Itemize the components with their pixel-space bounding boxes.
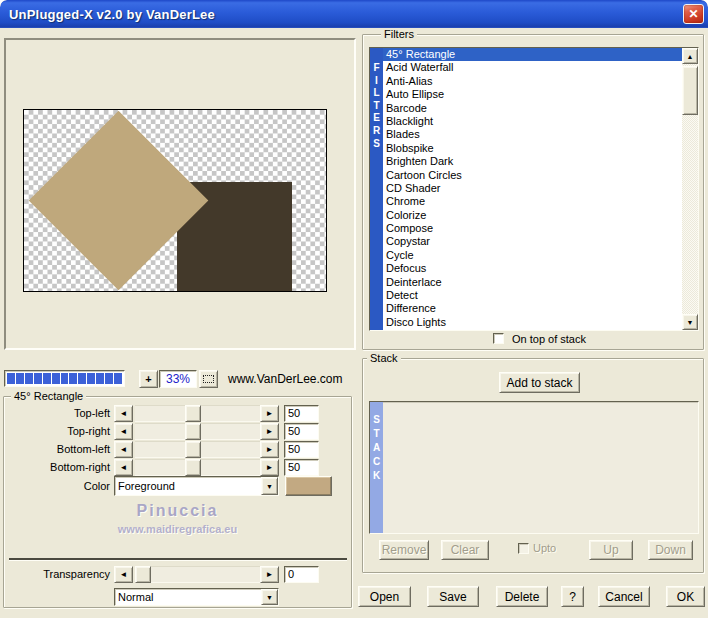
filter-item[interactable]: Cartoon Circles: [383, 169, 682, 182]
progress-segment: [114, 373, 122, 384]
filters-listbox: FILTERS 45° RectangleAcid WaterfallAnti-…: [369, 47, 699, 331]
filter-item[interactable]: Barcode: [383, 102, 682, 115]
unplugged-x-dialog: UnPlugged-X v2.0 by VanDerLee ✕ + 33% ww…: [0, 0, 708, 618]
slider-increment-button[interactable]: ►: [260, 441, 279, 458]
cancel-button[interactable]: Cancel: [598, 586, 650, 607]
scroll-down-icon[interactable]: ▼: [682, 314, 698, 330]
window-title: UnPlugged-X v2.0 by VanDerLee: [0, 7, 215, 22]
slider-label: Transparency: [4, 568, 110, 580]
preview-image[interactable]: [23, 109, 327, 292]
progress-segment: [43, 373, 51, 384]
slider-track[interactable]: [135, 405, 262, 422]
filter-item[interactable]: CD Shader: [383, 182, 682, 195]
scroll-up-icon[interactable]: ▲: [682, 48, 698, 64]
down-button[interactable]: Down: [648, 540, 693, 560]
slider-value-input[interactable]: 50: [284, 423, 319, 440]
slider-thumb[interactable]: [185, 423, 201, 440]
slider-value-input[interactable]: 0: [284, 566, 319, 583]
slider-decrement-button[interactable]: ◄: [114, 441, 133, 458]
filter-item[interactable]: Blades: [383, 128, 682, 141]
slider-decrement-button[interactable]: ◄: [114, 423, 133, 440]
slider-thumb[interactable]: [135, 566, 151, 583]
filter-item[interactable]: Deinterlace: [383, 276, 682, 289]
filter-item[interactable]: Disco Lights: [383, 316, 682, 329]
strip-letter: K: [370, 469, 383, 483]
progress-bar: [4, 370, 125, 387]
up-button[interactable]: Up: [589, 540, 633, 560]
filter-item[interactable]: Blacklight: [383, 115, 682, 128]
slider-increment-button[interactable]: ►: [260, 405, 279, 422]
slider-thumb[interactable]: [185, 441, 201, 458]
filter-item[interactable]: Distortion: [383, 329, 682, 330]
save-button[interactable]: Save: [427, 586, 479, 607]
color-select[interactable]: Foreground ▼: [114, 476, 279, 496]
chevron-down-icon[interactable]: ▼: [261, 589, 278, 605]
slider-value-input[interactable]: 50: [284, 441, 319, 458]
slider-increment-button[interactable]: ►: [260, 566, 279, 583]
blend-mode-value: Normal: [118, 590, 153, 604]
slider-thumb[interactable]: [185, 405, 201, 422]
color-label: Color: [4, 480, 110, 492]
stack-group-label: Stack: [367, 352, 401, 364]
clear-button[interactable]: Clear: [441, 540, 489, 560]
filter-item[interactable]: Cycle: [383, 249, 682, 262]
slider-decrement-button[interactable]: ◄: [114, 566, 133, 583]
color-swatch-button[interactable]: [285, 476, 332, 496]
strip-letter: T: [370, 427, 383, 441]
progress-segment: [78, 373, 86, 384]
strip-letter: R: [370, 125, 383, 138]
slider-thumb[interactable]: [185, 459, 201, 476]
strip-letter: F: [370, 62, 383, 75]
upto-checkbox[interactable]: [518, 543, 529, 554]
filter-item[interactable]: 45° Rectangle: [383, 48, 682, 61]
slider-value-input[interactable]: 50: [284, 459, 319, 476]
slider-decrement-button[interactable]: ◄: [114, 459, 133, 476]
filter-item[interactable]: Chrome: [383, 195, 682, 208]
slider-decrement-button[interactable]: ◄: [114, 405, 133, 422]
strip-letter: L: [370, 87, 383, 100]
strip-letter: T: [370, 100, 383, 113]
filter-item[interactable]: Anti-Alias: [383, 75, 682, 88]
filter-item[interactable]: Acid Waterfall: [383, 61, 682, 74]
close-button[interactable]: ✕: [683, 4, 704, 24]
slider-label: Bottom-left: [4, 443, 110, 455]
add-to-stack-button[interactable]: Add to stack: [499, 372, 580, 393]
filter-item[interactable]: Detect: [383, 289, 682, 302]
filter-item[interactable]: Difference: [383, 302, 682, 315]
titlebar[interactable]: UnPlugged-X v2.0 by VanDerLee ✕: [0, 0, 708, 28]
remove-button[interactable]: Remove: [379, 540, 429, 560]
blend-mode-select[interactable]: Normal ▼: [114, 588, 279, 606]
help-button[interactable]: ?: [561, 586, 584, 607]
filters-scrollbar[interactable]: ▲ ▼: [682, 48, 698, 330]
filter-item[interactable]: Colorize: [383, 209, 682, 222]
delete-button[interactable]: Delete: [496, 586, 548, 607]
filter-item[interactable]: Auto Ellipse: [383, 88, 682, 101]
open-button[interactable]: Open: [358, 586, 411, 607]
watermark-url: www.maidiregrafica.eu: [4, 523, 351, 535]
slider-value-input[interactable]: 50: [284, 405, 319, 422]
strip-letter: S: [370, 138, 383, 151]
slider-track[interactable]: [135, 566, 262, 583]
slider-increment-button[interactable]: ►: [260, 423, 279, 440]
filter-item[interactable]: Brighten Dark: [383, 155, 682, 168]
zoom-in-button[interactable]: +: [139, 370, 158, 388]
on-top-of-stack-checkbox[interactable]: On top of stack: [493, 333, 504, 344]
filters-strip: FILTERS: [370, 48, 383, 330]
filter-item[interactable]: Compose: [383, 222, 682, 235]
ok-button[interactable]: OK: [666, 586, 705, 607]
slider-track[interactable]: [135, 423, 262, 440]
filter-item[interactable]: Blobspike: [383, 142, 682, 155]
color-select-value: Foreground: [118, 479, 175, 493]
marquee-button[interactable]: [199, 370, 218, 388]
progress-segment: [16, 373, 24, 384]
chevron-down-icon[interactable]: ▼: [261, 477, 278, 495]
slider-track[interactable]: [135, 441, 262, 458]
filter-item[interactable]: Defocus: [383, 262, 682, 275]
filter-item[interactable]: Copystar: [383, 235, 682, 248]
progress-segment: [87, 373, 95, 384]
zoom-level-field[interactable]: 33%: [159, 370, 197, 388]
slider-increment-button[interactable]: ►: [260, 459, 279, 476]
progress-segment: [69, 373, 77, 384]
slider-track[interactable]: [135, 459, 262, 476]
scrollbar-thumb[interactable]: [682, 66, 698, 115]
